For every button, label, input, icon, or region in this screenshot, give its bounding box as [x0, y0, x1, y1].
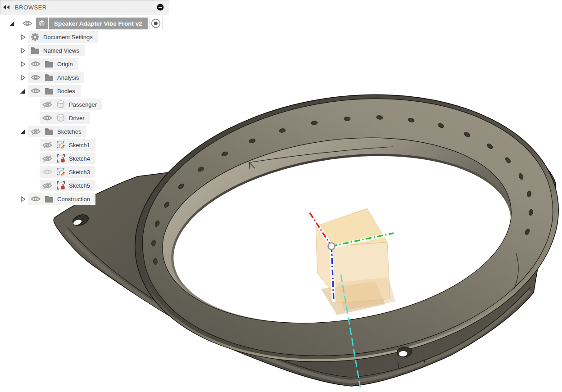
expand-arrow-icon[interactable] [20, 129, 26, 135]
expand-arrow-icon[interactable] [20, 34, 26, 40]
tree-item-label: Passenger [69, 101, 97, 108]
tree-row-construction[interactable]: Construction [0, 192, 95, 206]
folder-icon [44, 86, 54, 96]
expand-arrow-icon[interactable] [20, 48, 26, 54]
tree-item-label: Sketches [57, 128, 81, 135]
tree-item-label: Named Views [43, 47, 79, 54]
eye-icon[interactable] [30, 74, 41, 81]
folder-icon [44, 72, 54, 82]
eye-icon[interactable] [22, 20, 33, 27]
gear-icon [30, 32, 40, 42]
tree-item-label: Driver [69, 115, 85, 122]
tree-row-origin[interactable]: Origin [0, 57, 78, 71]
folder-icon [30, 45, 40, 55]
collapse-panel-icon[interactable] [0, 1, 12, 13]
tree-item-label: Bodies [57, 88, 75, 95]
body-cylinder-icon [56, 113, 66, 123]
tree-row-root[interactable]: Speaker Adapter Vibe Front v2 [0, 17, 163, 30]
tree-row-document-settings[interactable]: Document Settings [0, 30, 98, 44]
eye-slash-icon[interactable] [42, 182, 53, 189]
tree-item-label: Sketch5 [69, 182, 90, 189]
tree-item-label: Origin [57, 61, 73, 68]
tree-row-sketches[interactable]: Sketches [0, 125, 86, 138]
tree-row-bodies[interactable]: Bodies [0, 84, 81, 98]
folder-icon [44, 126, 54, 136]
tree-item-label: Construction [57, 196, 90, 203]
expand-arrow-icon[interactable] [20, 88, 26, 94]
expand-arrow-icon[interactable] [20, 196, 26, 202]
sketch-icon [56, 167, 66, 177]
root-component-label[interactable]: Speaker Adapter Vibe Front v2 [49, 18, 148, 29]
tree-row-sketch3[interactable]: Sketch3 [0, 165, 95, 179]
tree-item-label: Analysis [57, 74, 79, 81]
eye-slash-icon[interactable] [42, 141, 53, 149]
component-cube-icon [36, 18, 48, 29]
eye-slash-icon[interactable] [42, 101, 53, 108]
sketch-icon [56, 140, 66, 150]
tree-item-label: Sketch4 [69, 155, 90, 162]
folder-icon [44, 59, 54, 69]
fusion360-viewport: BROWSER Speaker Adapter Vibe Front v2 [0, 0, 562, 392]
eye-icon[interactable] [30, 87, 41, 95]
tree-item-label: Sketch1 [69, 142, 90, 149]
tree-row-named-views[interactable]: Named Views [0, 44, 85, 57]
tree-row-driver[interactable]: Driver [0, 111, 90, 125]
eye-dimmed-icon[interactable] [42, 168, 53, 176]
minimize-panel-icon[interactable] [154, 1, 166, 13]
tree-row-sketch1[interactable]: Sketch1 [0, 138, 95, 152]
tree-item-label: Document Settings [43, 34, 93, 41]
expand-arrow-icon[interactable] [20, 61, 26, 67]
sketch-locked-icon [56, 180, 66, 190]
eye-icon[interactable] [30, 60, 41, 68]
body-cylinder-icon [56, 99, 66, 109]
origin-point [328, 243, 335, 250]
folder-icon [44, 194, 54, 204]
eye-icon[interactable] [42, 114, 53, 122]
eye-slash-icon[interactable] [30, 128, 41, 135]
activate-component-radio[interactable] [149, 17, 163, 30]
expand-arrow-icon[interactable] [20, 75, 26, 81]
eye-slash-icon[interactable] [42, 155, 53, 162]
panel-title: BROWSER [15, 4, 154, 11]
expand-arrow-icon[interactable] [9, 21, 15, 27]
tree-row-sketch5[interactable]: Sketch5 [0, 179, 95, 192]
tree-row-passenger[interactable]: Passenger [0, 98, 102, 111]
origin-box-right [332, 242, 390, 303]
tree-item-label: Sketch3 [69, 169, 90, 176]
eye-icon[interactable] [30, 195, 41, 203]
speaker-adapter-body [54, 68, 562, 388]
tree-row-analysis[interactable]: Analysis [0, 71, 84, 84]
browser-panel-header: BROWSER [0, 0, 169, 14]
sketch-locked-icon [56, 153, 66, 163]
tree-row-sketch4[interactable]: Sketch4 [0, 152, 95, 165]
